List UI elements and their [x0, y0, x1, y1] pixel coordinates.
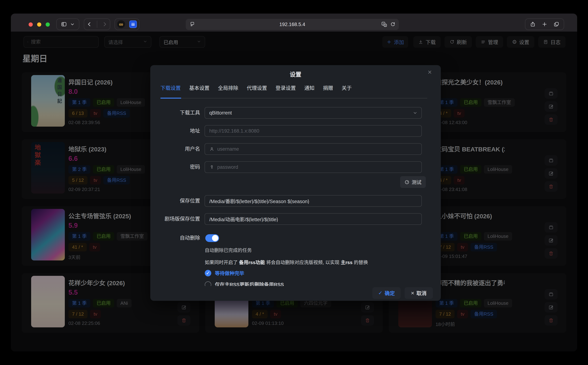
nav-group — [84, 18, 110, 30]
window-controls — [29, 22, 50, 27]
sidebar-icon — [61, 21, 67, 27]
save-path-input[interactable] — [209, 198, 417, 204]
forward-button[interactable] — [102, 21, 108, 27]
username-input[interactable] — [217, 146, 417, 152]
sidebar-group — [56, 18, 79, 30]
close-icon[interactable]: × — [428, 69, 432, 76]
new-tab-button[interactable] — [542, 21, 547, 27]
save-path-input-wrap — [205, 195, 422, 207]
tabs-divider — [160, 98, 427, 98]
chevron-down-icon — [70, 22, 75, 27]
app-icon — [130, 21, 136, 27]
delete-after-main-rss-label: 仅在主RSS更新后删除备用RSS — [215, 281, 284, 286]
minimize-window-button[interactable] — [37, 22, 41, 27]
movie-path-input[interactable] — [209, 216, 417, 222]
wait-seeding-label: 等待做种完毕 — [215, 269, 244, 277]
pinned-tabs-group: ∞ — [115, 18, 139, 30]
movie-path-input-wrap — [205, 213, 422, 225]
note-bold-main-rss: 主rss — [341, 260, 352, 265]
settings-tabs: 下载设置 基本设置 全局排除 代理设置 登录设置 通知 捐赠 关于 — [160, 84, 352, 91]
url-text: 192.168.5.4 — [186, 22, 399, 27]
screen: ∞ 192.168.5.4 A文 — [0, 0, 588, 365]
share-icon — [530, 21, 536, 27]
check-icon: ✓ — [206, 271, 210, 276]
modal-title: 设置 — [150, 70, 441, 78]
browser-toolbar: ∞ 192.168.5.4 A文 — [11, 14, 577, 32]
address-input[interactable] — [209, 128, 417, 134]
cancel-button[interactable]: × 取消 — [405, 287, 433, 299]
svg-text:文: 文 — [384, 24, 386, 26]
test-connection-button[interactable]: 测试 — [400, 176, 426, 188]
address-bar-actions: A文 — [381, 21, 395, 28]
tab-global-exclude[interactable]: 全局排除 — [218, 84, 238, 91]
key-icon — [209, 165, 214, 170]
plus-icon — [542, 21, 547, 27]
close-window-button[interactable] — [29, 22, 33, 27]
tabs-icon — [553, 21, 559, 27]
back-icon — [86, 21, 92, 27]
confirm-button[interactable]: ✓ 确定 — [372, 287, 401, 299]
infinity-tab-icon[interactable]: ∞ — [117, 20, 125, 28]
close-icon: × — [411, 290, 414, 296]
active-tab-indicator — [160, 98, 181, 98]
confirm-button-label: 确定 — [385, 289, 395, 297]
note-text: 将会自动删除对应洗版视频, 以实现 — [265, 260, 341, 265]
downloader-label: 下载工具 — [154, 107, 200, 119]
tab-basic-settings[interactable]: 基本设置 — [189, 84, 209, 91]
note-bold-backup-rss: 备用rss功能 — [239, 260, 265, 265]
delete-after-main-rss-checkbox[interactable]: 仅在主RSS更新后删除备用RSS — [205, 281, 284, 286]
password-label: 密码 — [154, 161, 200, 173]
share-button[interactable] — [530, 21, 536, 27]
gauge-icon — [404, 180, 409, 185]
back-button[interactable] — [86, 21, 92, 27]
app-favicon-tab[interactable] — [129, 21, 137, 28]
tab-proxy-settings[interactable]: 代理设置 — [247, 84, 267, 91]
address-label: 地址 — [154, 125, 200, 137]
movie-path-label: 剧场版保存位置 — [154, 213, 200, 225]
tab-login-settings[interactable]: 登录设置 — [276, 84, 296, 91]
auto-delete-note: 自动删除已完成的任务 — [205, 246, 252, 253]
settings-modal: 设置 × 下载设置 基本设置 全局排除 代理设置 登录设置 通知 捐赠 关于 下… — [150, 65, 441, 301]
backup-rss-note: 如果同时开启了 备用rss功能 将会自动删除对应洗版视频, 以实现 主rss 的… — [205, 259, 368, 265]
toolbar-right-group — [525, 18, 564, 30]
auto-delete-toggle[interactable] — [205, 234, 219, 242]
downloader-select[interactable]: qBittorrent — [205, 107, 422, 119]
test-button-label: 测试 — [412, 179, 422, 186]
password-input[interactable] — [217, 164, 417, 170]
address-input-wrap — [205, 125, 422, 137]
tab-download-settings[interactable]: 下载设置 — [160, 84, 181, 91]
sidebar-toggle-button[interactable] — [61, 21, 67, 27]
page-format-icon[interactable] — [190, 21, 195, 28]
zoom-window-button[interactable] — [46, 22, 50, 27]
tab-overview-button[interactable] — [553, 21, 559, 27]
downloader-value: qBittorrent — [209, 110, 232, 116]
toggle-knob — [212, 235, 218, 241]
username-label: 用户名 — [154, 143, 200, 155]
forward-icon — [102, 21, 108, 27]
nav-divider — [97, 21, 97, 28]
password-input-wrap — [205, 161, 422, 173]
address-bar[interactable]: 192.168.5.4 A文 — [186, 19, 399, 30]
wait-seeding-checkbox[interactable]: ✓ 等待做种完毕 — [205, 269, 244, 277]
tab-notifications[interactable]: 通知 — [304, 84, 315, 91]
note-text: 的替换 — [352, 260, 368, 265]
browser-window: ∞ 192.168.5.4 A文 — [11, 14, 577, 351]
sidebar-menu-button[interactable] — [70, 22, 75, 27]
cancel-button-label: 取消 — [416, 289, 427, 297]
reload-icon[interactable] — [390, 22, 395, 27]
chevron-down-icon — [413, 111, 417, 115]
note-text: 如果同时开启了 — [205, 260, 239, 265]
username-input-wrap — [205, 143, 422, 155]
checkbox-checked-icon: ✓ — [205, 270, 211, 276]
clipped-option-row: 仅在主RSS更新后删除备用RSS — [205, 281, 284, 286]
user-icon — [209, 147, 214, 152]
tab-about[interactable]: 关于 — [342, 84, 352, 91]
save-path-label: 保存位置 — [154, 195, 200, 207]
checkbox-unchecked-icon — [205, 281, 211, 286]
check-icon: ✓ — [378, 290, 382, 295]
tab-donate[interactable]: 捐赠 — [323, 84, 333, 91]
translate-icon[interactable]: A文 — [381, 21, 387, 28]
auto-delete-label: 自动删除 — [154, 232, 200, 244]
